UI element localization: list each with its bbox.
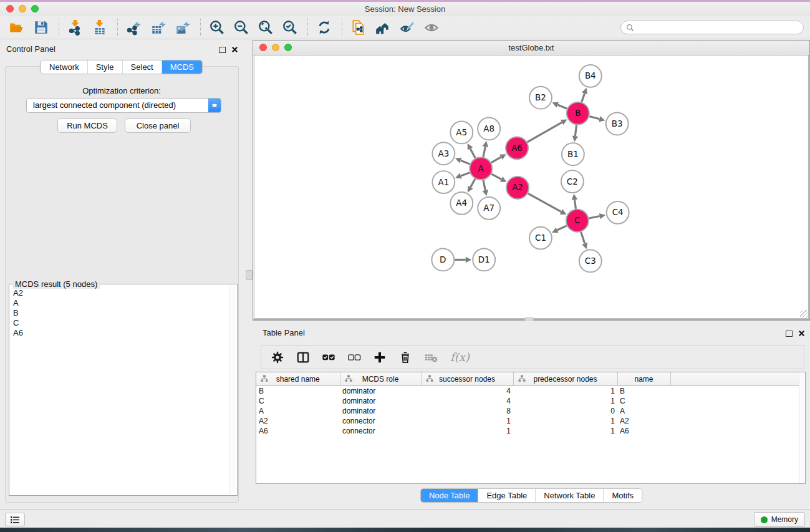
- graph-node-D[interactable]: D: [432, 249, 454, 271]
- graph-node-C3[interactable]: C3: [579, 250, 602, 273]
- export-image-button[interactable]: [173, 18, 192, 37]
- graph-edge-B-B2[interactable]: [552, 102, 567, 109]
- select-all-columns-button[interactable]: [321, 350, 336, 365]
- graph-node-D1[interactable]: D1: [473, 249, 495, 271]
- graph-node-C[interactable]: C: [566, 210, 589, 232]
- unselect-all-columns-button[interactable]: [347, 350, 362, 365]
- apply-layout-button[interactable]: [315, 18, 334, 37]
- search-input[interactable]: [637, 22, 803, 32]
- graph-edge-A-A4[interactable]: [468, 179, 475, 193]
- graph-edge-A-A5[interactable]: [468, 143, 476, 158]
- table-row[interactable]: A2connector11A2: [256, 416, 805, 426]
- graph-node-C1[interactable]: C1: [529, 227, 552, 249]
- show-all-networks-button[interactable]: [374, 18, 392, 37]
- table-scrollbar[interactable]: [799, 372, 805, 483]
- tab-node-table[interactable]: Node Table: [421, 489, 479, 502]
- run-mcds-button[interactable]: Run MCDS: [57, 118, 117, 133]
- column-header-mcds-role[interactable]: MCDS role: [340, 372, 421, 386]
- show-column-panel-button[interactable]: [296, 350, 311, 365]
- list-item[interactable]: B: [12, 308, 229, 318]
- close-panel-icon[interactable]: [231, 44, 238, 56]
- save-session-button[interactable]: [32, 18, 51, 37]
- graph-edge-C-C4[interactable]: [589, 213, 605, 219]
- table-row[interactable]: Bdominator41B: [256, 386, 805, 397]
- graph-edge-A6-B[interactable]: [528, 119, 567, 142]
- graph-node-B4[interactable]: B4: [579, 65, 602, 87]
- delete-column-button[interactable]: [398, 350, 413, 365]
- graph-edge-D-D1[interactable]: [455, 257, 471, 263]
- graph-edge-A-A3[interactable]: [455, 158, 470, 164]
- graph-edge-A-A6[interactable]: [491, 154, 506, 163]
- graph-edge-A2-C[interactable]: [528, 193, 567, 215]
- tab-network-table[interactable]: Network Table: [536, 489, 604, 502]
- column-header-successor-nodes[interactable]: successor nodes: [421, 372, 513, 386]
- graph-node-B2[interactable]: B2: [529, 87, 552, 109]
- list-item[interactable]: A6: [12, 328, 229, 338]
- network-canvas[interactable]: AA1A2A3A4A5A6A7A8BB1B2B3B4CC1C2C3C4DD1: [254, 55, 809, 319]
- show-task-history-button[interactable]: [5, 513, 25, 526]
- zoom-in-button[interactable]: [208, 18, 226, 37]
- tab-edge-table[interactable]: Edge Table: [478, 489, 536, 502]
- graph-node-A1[interactable]: A1: [432, 171, 455, 193]
- graph-edge-C-C3[interactable]: [581, 232, 588, 249]
- graph-node-C2[interactable]: C2: [561, 170, 584, 193]
- graph-edge-C-C1[interactable]: [552, 226, 567, 233]
- tab-network[interactable]: Network: [41, 60, 88, 74]
- show-hide-graphics-details-button[interactable]: [398, 18, 417, 37]
- function-builder-button[interactable]: f(x): [450, 351, 470, 364]
- export-table-button[interactable]: [149, 18, 168, 37]
- graph-edge-A-A7[interactable]: [483, 180, 488, 196]
- graph-node-A5[interactable]: A5: [450, 121, 473, 143]
- graph-edge-A-A8[interactable]: [483, 141, 488, 157]
- graph-node-B3[interactable]: B3: [606, 113, 629, 135]
- result-list-scrollbar[interactable]: [229, 286, 236, 494]
- graph-node-A2[interactable]: A2: [506, 177, 529, 199]
- vertical-splitter-handle[interactable]: [246, 270, 253, 280]
- graph-node-B[interactable]: B: [567, 102, 589, 125]
- window-resize-grip[interactable]: [800, 310, 808, 318]
- graph-node-A6[interactable]: A6: [506, 137, 528, 159]
- graph-node-C4[interactable]: C4: [607, 201, 629, 224]
- create-column-button[interactable]: [372, 350, 387, 365]
- tab-style[interactable]: Style: [88, 60, 123, 74]
- clone-network-button[interactable]: [349, 18, 368, 37]
- graph-node-A4[interactable]: A4: [450, 192, 473, 215]
- zoom-selected-button[interactable]: [281, 18, 299, 37]
- criterion-select[interactable]: largest connected component (directed): [26, 98, 221, 113]
- graph-node-A3[interactable]: A3: [432, 142, 455, 165]
- show-hide-annotations-button[interactable]: [422, 18, 441, 37]
- graph-edge-B-B3[interactable]: [589, 116, 605, 122]
- close-panel-button[interactable]: Close panel: [125, 118, 191, 133]
- graph-edge-B-B4[interactable]: [582, 88, 587, 102]
- list-item[interactable]: C: [12, 318, 229, 328]
- import-network-button[interactable]: [66, 18, 85, 37]
- graph-node-A[interactable]: A: [470, 157, 492, 180]
- column-header-name[interactable]: name: [617, 372, 670, 386]
- column-header-shared-name[interactable]: shared name: [256, 372, 340, 386]
- open-session-button[interactable]: [7, 18, 26, 37]
- close-panel-icon[interactable]: [798, 328, 805, 339]
- graph-edge-A-A1[interactable]: [455, 173, 470, 179]
- table-row[interactable]: Adominator80A: [256, 406, 805, 416]
- search-field[interactable]: [620, 21, 804, 34]
- graph-node-A7[interactable]: A7: [478, 197, 500, 220]
- graph-node-A8[interactable]: A8: [478, 118, 500, 140]
- table-settings-button[interactable]: [270, 350, 285, 365]
- graph-node-B1[interactable]: B1: [562, 143, 584, 165]
- graph-edge-C-C2[interactable]: [572, 194, 578, 209]
- memory-button[interactable]: Memory: [754, 512, 805, 527]
- float-panel-icon[interactable]: [786, 331, 793, 337]
- list-item[interactable]: A2: [12, 288, 229, 298]
- table-row[interactable]: Cdominator41C: [256, 396, 805, 406]
- table-row[interactable]: A6connector11A6: [256, 426, 805, 436]
- tab-select[interactable]: Select: [123, 60, 162, 74]
- zoom-out-button[interactable]: [232, 18, 251, 37]
- graph-edge-B-B1[interactable]: [572, 125, 579, 142]
- tab-motifs[interactable]: Motifs: [604, 489, 642, 502]
- tab-mcds[interactable]: MCDS: [162, 60, 202, 74]
- zoom-fit-button[interactable]: [256, 18, 275, 37]
- delete-table-button[interactable]: [423, 350, 438, 365]
- column-header-predecessor-nodes[interactable]: predecessor nodes: [513, 372, 617, 386]
- graph-edge-A-A2[interactable]: [491, 174, 506, 182]
- import-table-button[interactable]: [90, 18, 109, 37]
